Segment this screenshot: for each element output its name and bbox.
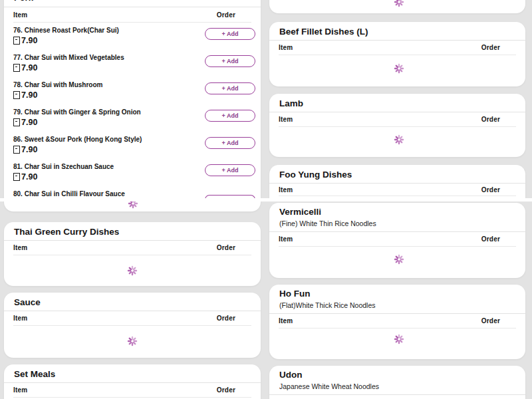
order-column-header: Order xyxy=(217,11,235,19)
section-title: Sauce xyxy=(4,293,261,311)
column-headers: Item Order xyxy=(269,41,525,55)
section-title: Pork xyxy=(4,0,261,7)
section-title: Beef Fillet Dishes (L) xyxy=(269,22,525,40)
loading-spinner xyxy=(394,254,404,265)
divider xyxy=(279,55,516,55)
column-headers: Item Order xyxy=(269,232,525,246)
order-column-header: Order xyxy=(481,116,500,123)
item-column-header: Item xyxy=(279,186,293,194)
section-card-vermicelli: Vermicelli (Fine) White Thin Rice Noodle… xyxy=(269,203,525,278)
loading-spinner xyxy=(394,134,404,145)
section-subtitle: (Flat)White Thick Rice Noodles xyxy=(269,302,525,313)
price-value: 7.90 xyxy=(21,118,37,127)
column-headers: Item Order xyxy=(4,7,261,22)
menu-item-row: 76. Chinese Roast Pork(Char Sui) 7.90 + … xyxy=(4,23,261,50)
menu-item-row: 77. Char Sui with Mixed Vegetables 7.90 … xyxy=(4,50,261,77)
price-value: 7.90 xyxy=(21,172,37,182)
section-title: Udon xyxy=(269,366,525,383)
section-card-partial-top xyxy=(269,0,525,13)
column-headers: Item Order xyxy=(269,112,525,126)
column-headers: Item Order xyxy=(269,314,525,328)
divider xyxy=(13,397,251,398)
add-to-order-button[interactable]: + Add xyxy=(205,110,255,122)
divider xyxy=(279,328,516,329)
loading-spinner xyxy=(127,265,138,276)
stitch-seam xyxy=(0,198,532,201)
item-column-header: Item xyxy=(13,244,27,251)
add-to-order-button[interactable]: + Add xyxy=(205,28,255,40)
section-title: Vermicelli xyxy=(269,203,525,220)
order-column-header: Order xyxy=(217,386,235,394)
section-title: Ho Fun xyxy=(269,285,525,302)
section-card-foo-yung: Foo Yung Dishes Item Order xyxy=(269,165,525,200)
item-column-header: Item xyxy=(13,315,27,322)
missing-currency-glyph xyxy=(13,118,20,126)
price-value: 7.90 xyxy=(21,36,37,45)
item-column-header: Item xyxy=(279,317,293,325)
order-column-header: Order xyxy=(481,235,500,243)
order-column-header: Order xyxy=(217,244,235,251)
item-column-header: Item xyxy=(279,235,293,243)
menu-page: Pork Item Order 76. Chinese Roast Pork(C… xyxy=(0,0,532,399)
item-column-header: Item xyxy=(13,386,27,394)
item-column-header: Item xyxy=(279,116,293,123)
missing-currency-glyph xyxy=(13,37,20,45)
missing-currency-glyph xyxy=(13,173,20,181)
price-value: 7.90 xyxy=(21,90,37,100)
add-to-order-button[interactable]: + Add xyxy=(205,55,255,67)
section-title: Foo Yung Dishes xyxy=(269,165,525,183)
order-column-header: Order xyxy=(481,186,500,194)
section-card-set-meals: Set Meals Item Order xyxy=(4,364,261,399)
section-card-thai-green-curry: Thai Green Curry Dishes Item Order xyxy=(4,222,261,286)
section-subtitle: Japanese White Wheat Noodles xyxy=(269,383,525,394)
divider xyxy=(279,126,516,127)
order-column-header: Order xyxy=(217,315,235,322)
section-card-ho-fun: Ho Fun (Flat)White Thick Rice Noodles It… xyxy=(269,285,525,359)
section-subtitle: (Fine) White Thin Rice Noodles xyxy=(269,220,525,231)
column-headers: Item Order xyxy=(269,184,525,196)
section-card-udon: Udon Japanese White Wheat Noodles Item O… xyxy=(269,366,525,399)
divider xyxy=(13,325,251,326)
menu-item-row: 86. Sweet &Sour Pork (Hong Kong Style) 7… xyxy=(4,132,261,159)
divider xyxy=(13,255,251,255)
missing-currency-glyph xyxy=(13,64,20,72)
missing-currency-glyph xyxy=(13,91,20,99)
loading-spinner xyxy=(394,334,404,344)
divider xyxy=(279,246,516,247)
menu-item-row: 81. Char Sui in Szechuan Sauce 7.90 + Ad… xyxy=(4,159,261,186)
price-value: 7.90 xyxy=(21,63,37,72)
item-column-header: Item xyxy=(279,44,293,51)
order-column-header: Order xyxy=(481,44,500,51)
column-headers: Item Order xyxy=(4,241,261,255)
section-card-beef-fillet: Beef Fillet Dishes (L) Item Order xyxy=(269,22,525,86)
price-value: 7.90 xyxy=(21,145,37,154)
menu-card-pork: Pork Item Order 76. Chinese Roast Pork(C… xyxy=(4,0,261,211)
divider xyxy=(279,196,516,196)
column-headers: Item Order xyxy=(269,395,525,399)
item-column-header: Item xyxy=(13,11,27,19)
add-to-order-button[interactable]: + Add xyxy=(205,137,255,149)
loading-spinner xyxy=(394,0,404,7)
add-to-order-button[interactable]: + Add xyxy=(205,82,255,94)
section-card-lamb: Lamb Item Order xyxy=(269,94,525,157)
menu-item-row: 78. Char Sui with Mushroom 7.90 + Add xyxy=(4,77,261,104)
section-card-sauce: Sauce Item Order xyxy=(4,293,261,358)
add-to-order-button[interactable]: + Add xyxy=(205,164,255,176)
section-title: Lamb xyxy=(269,94,525,112)
column-headers: Item Order xyxy=(4,311,261,325)
order-column-header: Order xyxy=(481,317,500,325)
loading-spinner xyxy=(127,336,138,346)
missing-currency-glyph xyxy=(13,146,20,154)
menu-item-row: 79. Char Sui with Ginger & Spring Onion … xyxy=(4,104,261,132)
section-title: Thai Green Curry Dishes xyxy=(4,222,261,240)
column-headers: Item Order xyxy=(4,383,261,397)
section-title: Set Meals xyxy=(4,364,261,382)
loading-spinner xyxy=(394,63,404,74)
